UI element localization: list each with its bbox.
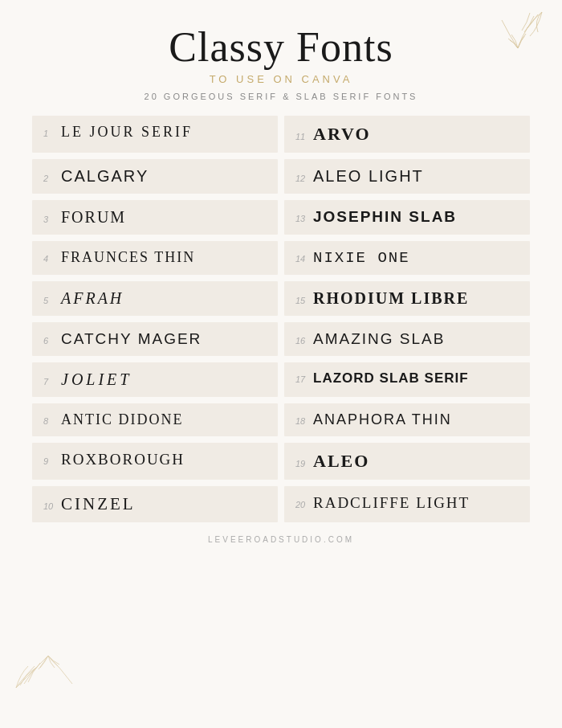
font-item-right-5: 15 RHODIUM LIBRE [284,281,530,316]
font-number: 17 [295,374,308,384]
font-item-left-4: 4 FRAUNCES THIN [32,241,278,275]
botanical-bottom-left-icon [8,628,88,692]
website-label: LEVEEROADSTUDIO.COM [208,535,354,544]
font-name: CINZEL [61,494,136,514]
font-number: 11 [295,132,308,141]
font-number: 7 [43,377,56,386]
font-item-left-6: 6 CATCHY MAGER [32,322,278,356]
font-item-right-8: 18 ANAPHORA THIN [284,403,530,436]
font-name: ROXBOROUGH [61,451,185,468]
font-number: 2 [43,174,56,183]
font-number: 13 [295,214,308,223]
font-item-right-2: 12 ALEO LIGHT [284,159,530,194]
font-item-left-2: 2 CALGARY [32,159,278,194]
fonts-grid: 1 LE JOUR SERIF 11 ARVO 2 CALGARY 12 ALE… [32,116,530,522]
font-number: 9 [43,456,56,466]
font-number: 4 [43,254,56,264]
font-item-left-7: 7 JOLIET [32,362,278,397]
font-number: 3 [43,215,56,224]
font-item-left-8: 8 ANTIC DIDONE [32,403,278,436]
font-name: JOSEPHIN SLAB [313,208,457,226]
font-number: 12 [295,174,308,183]
footer: LEVEEROADSTUDIO.COM [32,535,530,544]
font-number: 19 [295,459,308,468]
font-number: 8 [43,416,56,426]
font-name: LAZORD SLAB SERIF [313,370,469,386]
font-name: CATCHY MAGER [61,330,202,348]
page-container: Classy Fonts TO USE ON CANVA 20 GORGEOUS… [0,0,562,728]
font-number: 16 [295,336,308,346]
font-item-left-5: 5 AFRAH [32,281,278,316]
font-item-right-6: 16 AMAZING SLAB [284,322,530,356]
font-item-right-4: 14 NIXIE ONE [284,241,530,275]
subtitle-gold: TO USE ON CANVA [32,73,530,85]
font-item-left-3: 3 FORUM [32,200,278,235]
font-name: CALGARY [61,167,149,186]
font-item-right-10: 20 RADCLIFFE LIGHT [284,486,530,522]
font-number: 20 [295,500,308,509]
font-name: ANAPHORA THIN [313,411,452,428]
font-number: 5 [43,296,56,305]
font-name: LE JOUR SERIF [61,124,193,141]
font-name: AFRAH [61,289,124,308]
font-item-left-10: 10 CINZEL [32,486,278,522]
font-name: AMAZING SLAB [313,330,445,348]
page-header: Classy Fonts TO USE ON CANVA 20 GORGEOUS… [32,24,530,101]
font-number: 10 [43,501,56,511]
font-name: JOLIET [61,370,132,389]
font-name: ALEO LIGHT [313,167,424,186]
font-name: ALEO [313,451,369,472]
font-item-right-7: 17 LAZORD SLAB SERIF [284,362,530,397]
font-number: 15 [295,296,308,305]
font-item-left-1: 1 LE JOUR SERIF [32,116,278,153]
font-name: RADCLIFFE LIGHT [313,494,470,512]
font-name: FORUM [61,208,126,227]
font-number: 6 [43,336,56,346]
font-name: FRAUNCES THIN [61,249,195,266]
font-name: RHODIUM LIBRE [313,289,469,308]
font-item-right-1: 11 ARVO [284,116,530,153]
font-number: 14 [295,254,308,264]
font-name: ARVO [313,124,371,145]
font-name: NIXIE ONE [313,249,410,267]
font-number: 18 [295,416,308,426]
page-title: Classy Fonts [32,24,530,70]
font-number: 1 [43,129,56,138]
font-item-left-9: 9 ROXBOROUGH [32,443,278,480]
font-name: ANTIC DIDONE [61,411,183,428]
subtitle-gray: 20 GORGEOUS SERIF & SLAB SERIF FONTS [32,92,530,101]
font-item-right-9: 19 ALEO [284,443,530,480]
font-item-right-3: 13 JOSEPHIN SLAB [284,200,530,235]
